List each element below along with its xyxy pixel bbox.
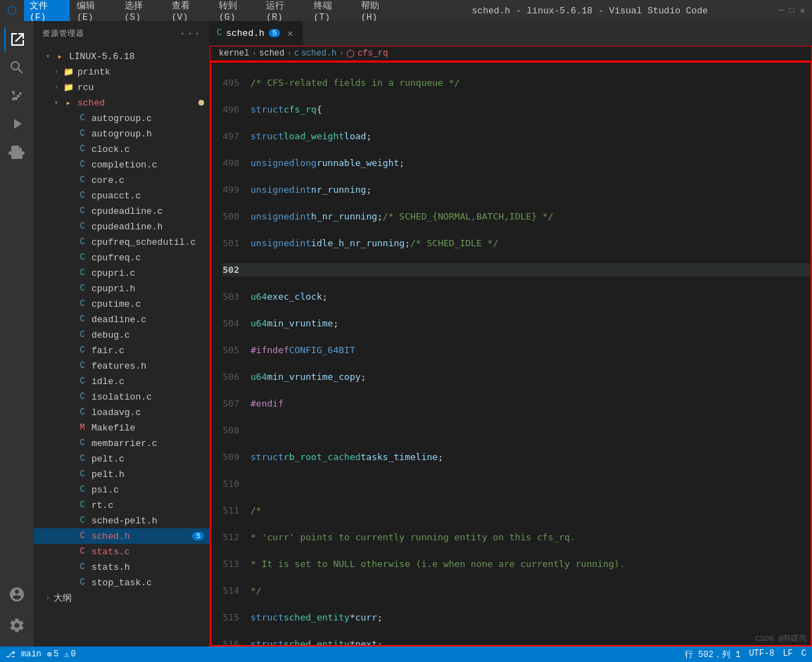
c-file-icon: C <box>76 516 89 526</box>
c-file-icon: C <box>76 175 89 185</box>
tree-item-deadline-c[interactable]: › C deadline.c <box>34 312 210 327</box>
tree-item-completion-c[interactable]: › C completion.c <box>34 157 210 172</box>
tree-item-outline[interactable]: › 大纲 <box>34 590 210 606</box>
file-label: rt.c <box>91 500 113 511</box>
tab-badge: 5 <box>269 29 281 37</box>
line-number: 509 <box>222 450 250 464</box>
code-line-506: 506 u64 min_vruntime_copy; <box>222 370 811 383</box>
tab-sched-h[interactable]: C sched.h 5 ✕ <box>210 21 303 45</box>
breadcrumb: kernel › sched › C sched.h › ⬡ cfs_rq <box>210 46 812 61</box>
activity-run[interactable] <box>4 111 30 136</box>
tree-item-cpuacct-c[interactable]: › C cpuacct.c <box>34 188 210 203</box>
tree-item-idle-c[interactable]: › C idle.c <box>34 374 210 389</box>
breadcrumb-file[interactable]: C sched.h <box>294 49 336 58</box>
error-count[interactable]: ⊗ 5 <box>47 649 58 660</box>
c-file-icon: C <box>76 407 89 417</box>
maximize-button[interactable]: □ <box>789 6 794 16</box>
tree-item-cpupri-c[interactable]: › C cpupri.c <box>34 265 210 281</box>
breadcrumb-sep-1: › <box>252 50 256 58</box>
menu-edit[interactable]: 编辑(E) <box>71 0 117 24</box>
tree-item-loadavg-c[interactable]: › C loadavg.c <box>34 405 210 420</box>
tree-item-core-c[interactable]: › C core.c <box>34 172 210 188</box>
breadcrumb-sep-3: › <box>339 50 343 58</box>
tree-item-autogroup-c[interactable]: › C autogroup.c <box>34 110 210 126</box>
tree-item-stats-c[interactable]: › C stats.c <box>34 544 210 559</box>
line-number: 513 <box>222 557 250 571</box>
code-content[interactable]: 495/* CFS-related fields in a runqueue *… <box>211 63 811 645</box>
c-file-icon: C <box>76 314 89 324</box>
activity-scm[interactable] <box>4 83 30 108</box>
tree-item-rcu[interactable]: › 📁 rcu <box>34 79 210 95</box>
tree-item-cputime-c[interactable]: › C cputime.c <box>34 296 210 312</box>
sidebar-more-button[interactable]: ··· <box>179 27 201 40</box>
c-file-icon: C <box>76 361 89 371</box>
activity-explorer[interactable] <box>4 27 30 52</box>
menu-file[interactable]: 文件(F) <box>24 0 70 24</box>
tree-item-sched-h[interactable]: › C sched.h 5 <box>34 528 210 544</box>
code-editor[interactable]: 495/* CFS-related fields in a runqueue *… <box>210 61 812 647</box>
breadcrumb-sched[interactable]: sched <box>259 49 284 58</box>
activity-settings[interactable] <box>4 613 30 638</box>
tree-item-cpudeadline-h[interactable]: › C cpudeadline.h <box>34 219 210 234</box>
menu-run[interactable]: 运行(R) <box>260 0 306 24</box>
tree-item-stop-task-c[interactable]: › C stop_task.c <box>34 575 210 590</box>
tree-item-rt-c[interactable]: › C rt.c <box>34 497 210 513</box>
line-number: 495 <box>222 76 250 89</box>
title-bar: ⬡ 文件(F) 编辑(E) 选择(S) 查看(V) 转到(G) 运行(R) 终端… <box>0 0 812 21</box>
cursor-position[interactable]: 行 502，列 1 <box>685 649 740 661</box>
menu-select[interactable]: 选择(S) <box>119 0 165 24</box>
git-icon: ⎇ <box>6 649 15 660</box>
tree-item-pelt-c[interactable]: › C pelt.c <box>34 451 210 466</box>
tree-item-makefile[interactable]: › M Makefile <box>34 420 210 435</box>
tree-item-features-h[interactable]: › C features.h <box>34 358 210 374</box>
close-button[interactable]: ✕ <box>800 6 805 16</box>
tree-item-cpudeadline-c[interactable]: › C cpudeadline.c <box>34 203 210 219</box>
folder-icon: 📁 <box>62 67 75 77</box>
tree-item-cpufreq-sched[interactable]: › C cpufreq_schedutil.c <box>34 234 210 250</box>
tab-close-button[interactable]: ✕ <box>284 27 296 39</box>
tree-item-debug-c[interactable]: › C debug.c <box>34 327 210 343</box>
tree-item-cpufreq-c[interactable]: › C cpufreq.c <box>34 250 210 265</box>
encoding[interactable]: UTF-8 <box>749 649 774 661</box>
menu-help[interactable]: 帮助(H) <box>355 0 401 24</box>
c-file-icon: C <box>76 531 89 541</box>
git-branch[interactable]: main <box>21 649 42 659</box>
c-file-icon: C <box>76 485 89 495</box>
breadcrumb-symbol[interactable]: ⬡ cfs_rq <box>346 48 388 60</box>
m-file-icon: M <box>76 423 89 433</box>
menu-view[interactable]: 查看(V) <box>166 0 212 24</box>
c-file-icon: C <box>76 222 89 231</box>
tree-item-psi-c[interactable]: › C psi.c <box>34 482 210 497</box>
code-line-512: 512 * 'curr' points to currently running… <box>222 530 811 544</box>
code-line-503: 503 u64 exec_clock; <box>222 290 811 303</box>
tree-item-pelt-h[interactable]: › C pelt.h <box>34 466 210 482</box>
file-label: sched <box>77 98 105 108</box>
structure-icon: ⬡ <box>346 48 355 60</box>
tree-item-sched[interactable]: ▾ ▸ sched <box>34 95 210 110</box>
activity-account[interactable] <box>4 582 30 607</box>
tree-item-isolation-c[interactable]: › C isolation.c <box>34 389 210 405</box>
tree-root-folder[interactable]: ▾ ▸ LINUX-5.6.18 <box>34 49 210 64</box>
outline-label: 大纲 <box>53 592 72 604</box>
tree-item-cpupri-h[interactable]: › C cpupri.h <box>34 281 210 296</box>
file-label: pelt.h <box>91 469 125 480</box>
tree-item-printk[interactable]: › 📁 printk <box>34 64 210 79</box>
menu-goto[interactable]: 转到(G) <box>213 0 259 24</box>
warning-count[interactable]: ⚠ 0 <box>64 649 75 660</box>
tree-item-membarrier-c[interactable]: › C membarrier.c <box>34 435 210 451</box>
breadcrumb-kernel[interactable]: kernel <box>219 49 249 58</box>
line-ending[interactable]: LF <box>782 649 792 661</box>
tree-item-clock-c[interactable]: › C clock.c <box>34 141 210 157</box>
tree-item-fair-c[interactable]: › C fair.c <box>34 343 210 358</box>
activity-extensions[interactable] <box>4 139 30 165</box>
menu-terminal[interactable]: 终端(T) <box>308 0 354 24</box>
tree-item-autogroup-h[interactable]: › C autogroup.h <box>34 126 210 141</box>
tree-item-sched-pelt-h[interactable]: › C sched-pelt.h <box>34 513 210 528</box>
chevron-down-icon: ▾ <box>42 52 53 61</box>
file-label: pelt.c <box>91 454 125 464</box>
language-mode[interactable]: C <box>801 649 806 661</box>
tree-item-stats-h[interactable]: › C stats.h <box>34 559 210 575</box>
c-file-icon: C <box>76 438 89 448</box>
activity-search[interactable] <box>4 55 30 80</box>
minimize-button[interactable]: ─ <box>778 6 783 16</box>
